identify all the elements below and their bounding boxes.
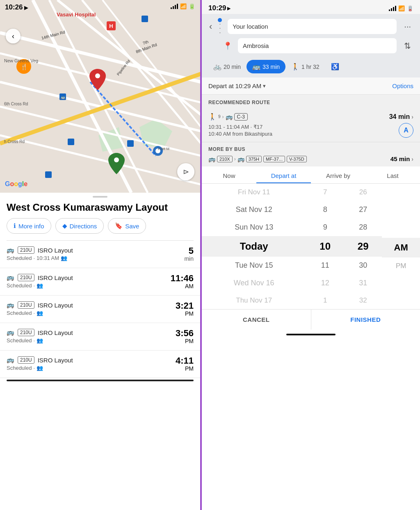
- route-dest-3: ISRO Layout: [38, 302, 73, 309]
- hospital-label: Vasavi Hospital: [57, 11, 96, 18]
- swap-button[interactable]: ⇅: [401, 39, 414, 52]
- arrival-ampm-4: PM: [176, 338, 194, 344]
- svg-text:H: H: [109, 23, 113, 29]
- svg-text:🍴: 🍴: [21, 64, 28, 71]
- destination-input[interactable]: [238, 38, 397, 53]
- finished-button[interactable]: FINISHED: [311, 310, 420, 330]
- hour-7[interactable]: 7: [306, 184, 344, 201]
- route-detail-col: 10:31 - 11:04 AM · ₹17 10:40 AM from Bik…: [208, 124, 272, 137]
- date-fri-nov11[interactable]: Fri Nov 11: [202, 184, 306, 201]
- chip-mf37: MF-37...: [263, 156, 285, 162]
- directions-button[interactable]: ◆ Directions: [55, 218, 104, 234]
- hour-12[interactable]: 12: [306, 274, 344, 292]
- tab-depart-at[interactable]: Depart at: [256, 166, 311, 183]
- save-button[interactable]: 🔖 Save: [108, 218, 146, 234]
- origin-input[interactable]: [228, 19, 397, 34]
- signal-bar-1: [171, 7, 172, 9]
- bus-icon-1: 🚌: [7, 246, 14, 254]
- schedule-item-4: 🚌 210U ISRO Layout Scheduled · 👥 3:56 PM: [0, 323, 200, 351]
- schedule-item-3-left: 🚌 210U ISRO Layout Scheduled · 👥: [7, 301, 73, 316]
- recommended-section-label: RECOMMENDED ROUTE: [208, 100, 413, 105]
- min-32[interactable]: 32: [344, 292, 382, 309]
- depart-text[interactable]: Depart at 10:29 AM ▾: [208, 82, 266, 89]
- time-picker-body: Fri Nov 11 Sat Nov 12 Sun Nov 13 Today T…: [202, 184, 420, 309]
- schedule-item-4-route: 🚌 210U ISRO Layout: [7, 329, 73, 336]
- min-27[interactable]: 27: [344, 201, 382, 219]
- more-info-button[interactable]: ℹ More info: [7, 218, 51, 234]
- nav-arrow-right: ▶: [227, 6, 231, 11]
- schedule-status-4: Scheduled: [7, 337, 32, 344]
- more-bus-row[interactable]: 🚌 210X › 🚌 375H MF-37... V-375D 45 min ›: [208, 155, 413, 162]
- recommended-route-section: RECOMMENDED ROUTE 🚶 9 › 🚌 C-3 34 min › 1…: [202, 95, 420, 142]
- schedule-people-3: 👥: [37, 310, 43, 316]
- route-badge-3: 210U: [18, 301, 34, 309]
- bus-icon-3: 🚌: [7, 301, 14, 309]
- route-time-range: 10:31 - 11:04 AM · ₹17: [208, 124, 272, 130]
- hour-8[interactable]: 8: [306, 201, 344, 219]
- schedule-item-1-route: 🚌 210U ISRO Layout: [7, 246, 73, 254]
- chip-210x: 210X: [217, 156, 233, 162]
- dot-sep-5: ·: [33, 365, 35, 371]
- ampm-picker-column: AM PM: [382, 184, 420, 309]
- location-name: West Cross Kumaraswamy Layout: [0, 200, 200, 218]
- route-dots-container: •••: [218, 18, 222, 35]
- cancel-button[interactable]: CANCEL: [202, 310, 311, 330]
- options-link[interactable]: Options: [392, 82, 413, 89]
- schedule-item-2: 🚌 210U ISRO Layout Scheduled · 👥 11:46 A…: [0, 268, 200, 296]
- more-options-button[interactable]: ···: [401, 20, 414, 33]
- compass-button[interactable]: ⊳: [177, 163, 194, 180]
- directions-label: Directions: [70, 223, 97, 230]
- depart-dropdown-icon: ▾: [263, 83, 266, 89]
- status-icons-left: 📶 🔋: [171, 3, 195, 9]
- route-dest-4: ISRO Layout: [38, 329, 73, 336]
- transport-mode-walk[interactable]: 🚶 1 hr 32: [285, 60, 325, 73]
- min-29[interactable]: 29: [344, 236, 382, 257]
- recommended-route-card[interactable]: 🚶 9 › 🚌 C-3 34 min › 10:31 - 11:04 AM · …: [208, 109, 413, 142]
- tab-now[interactable]: Now: [202, 166, 256, 183]
- hour-1[interactable]: 1: [306, 292, 344, 309]
- tab-arrive-by[interactable]: Arrive by: [311, 166, 365, 183]
- back-button-map[interactable]: ‹: [6, 29, 21, 43]
- hour-10[interactable]: 10: [306, 236, 344, 257]
- date-wed-nov16[interactable]: Wed Nov 16: [202, 274, 306, 292]
- min-26[interactable]: 26: [344, 184, 382, 201]
- ampm-am[interactable]: AM: [382, 238, 420, 257]
- save-label: Save: [125, 223, 139, 230]
- transport-mode-bike[interactable]: 🚲 20 min: [208, 60, 247, 73]
- back-button-nav[interactable]: ‹: [208, 20, 214, 34]
- transport-mode-accessible[interactable]: ♿: [325, 60, 345, 73]
- schedule-status-3: Scheduled: [7, 310, 32, 316]
- transport-mode-bus[interactable]: 🚌 33 min: [247, 60, 285, 73]
- schedule-item-1-left: 🚌 210U ISRO Layout Scheduled · 10:31 AM …: [7, 246, 73, 261]
- signal-bar-r4: [395, 6, 396, 11]
- date-thu-nov17[interactable]: Thu Nov 17: [202, 292, 306, 309]
- min-31[interactable]: 31: [344, 274, 382, 292]
- hour-9[interactable]: 9: [306, 219, 344, 236]
- arrival-time-5: 4:11: [176, 356, 194, 365]
- date-today[interactable]: Today: [202, 236, 306, 257]
- bus-routes-list: 🚌 210X › 🚌 375H MF-37... V-375D: [208, 156, 307, 162]
- directions-icon: ◆: [62, 222, 67, 230]
- min-30[interactable]: 30: [344, 257, 382, 274]
- date-tue-nov15[interactable]: Tue Nov 15: [202, 257, 306, 274]
- tab-last[interactable]: Last: [365, 166, 420, 183]
- svg-text:🚌: 🚌: [61, 95, 66, 100]
- battery-icon-left: 🔋: [189, 3, 195, 9]
- drag-indicator: [93, 196, 107, 198]
- ampm-pm[interactable]: PM: [382, 257, 420, 275]
- more-bus-duration-text: 45 min: [390, 155, 410, 162]
- restaurant-label: New Greens Veg: [4, 58, 38, 63]
- arrival-time-3: 3:21: [176, 301, 194, 310]
- date-sat-nov12[interactable]: Sat Nov 12: [202, 201, 306, 219]
- svg-rect-18: [127, 140, 134, 147]
- min-28[interactable]: 28: [344, 219, 382, 236]
- time-right: 10:29: [208, 4, 226, 12]
- schedule-list: 🚌 210U ISRO Layout Scheduled · 10:31 AM …: [0, 241, 200, 510]
- svg-point-24: [114, 157, 119, 162]
- depart-label: Depart at 10:29 AM: [208, 82, 261, 89]
- hour-11[interactable]: 11: [306, 257, 344, 274]
- schedule-item-2-left: 🚌 210U ISRO Layout Scheduled · 👥: [7, 274, 73, 289]
- date-sun-nov13[interactable]: Sun Nov 13: [202, 219, 306, 236]
- wifi-icon-right: 📶: [398, 5, 405, 11]
- schedule-time-5: Scheduled · 👥: [7, 365, 73, 371]
